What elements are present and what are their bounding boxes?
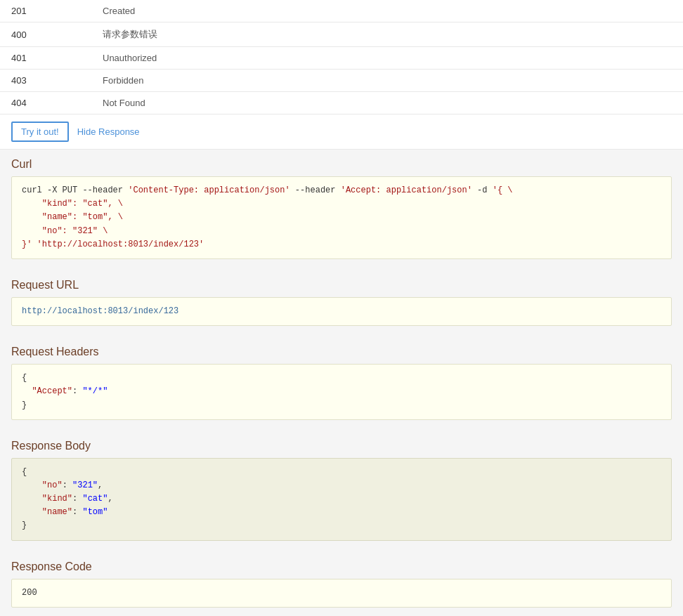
try-it-bar: Try it out! Hide Response	[0, 114, 683, 150]
request-headers-section: Request Headers { "Accept": "*/*" }	[0, 337, 683, 431]
table-row: 201Created	[0, 0, 683, 22]
status-table: 201Created400请求参数错误401Unauthorized403For…	[0, 0, 683, 114]
request-url-section: Request URL http://localhost:8013/index/…	[0, 270, 683, 337]
curl-header: Curl	[0, 150, 683, 176]
response-body-header: Response Body	[0, 431, 683, 458]
request-headers-block: { "Accept": "*/*" }	[11, 364, 672, 420]
response-body-block: { "no": "321", "kind": "cat", "name": "t…	[11, 458, 672, 541]
status-description: Not Found	[91, 92, 683, 114]
table-row: 403Forbidden	[0, 70, 683, 92]
status-description: Forbidden	[91, 70, 683, 92]
status-code: 404	[0, 92, 91, 114]
try-it-out-button[interactable]: Try it out!	[11, 122, 69, 142]
curl-section: Curl curl -X PUT --header 'Content-Type:…	[0, 150, 683, 270]
status-code: 401	[0, 47, 91, 70]
table-row: 400请求参数错误	[0, 22, 683, 47]
status-description: Created	[91, 0, 683, 22]
status-description: Unauthorized	[91, 47, 683, 70]
status-code: 201	[0, 0, 91, 22]
response-code-section: Response Code 200	[0, 552, 683, 616]
response-code-header: Response Code	[0, 552, 683, 579]
hide-response-link[interactable]: Hide Response	[77, 126, 140, 137]
table-row: 404Not Found	[0, 92, 683, 114]
status-description: 请求参数错误	[91, 22, 683, 47]
request-url-header: Request URL	[0, 270, 683, 297]
status-code: 400	[0, 22, 91, 47]
curl-code-block: curl -X PUT --header 'Content-Type: appl…	[11, 176, 672, 259]
status-code: 403	[0, 70, 91, 92]
response-code-block: 200	[11, 579, 672, 608]
table-row: 401Unauthorized	[0, 47, 683, 70]
request-url-block: http://localhost:8013/index/123	[11, 297, 672, 326]
request-headers-header: Request Headers	[0, 337, 683, 364]
main-container: 201Created400请求参数错误401Unauthorized403For…	[0, 0, 683, 616]
response-body-section: Response Body { "no": "321", "kind": "ca…	[0, 431, 683, 552]
